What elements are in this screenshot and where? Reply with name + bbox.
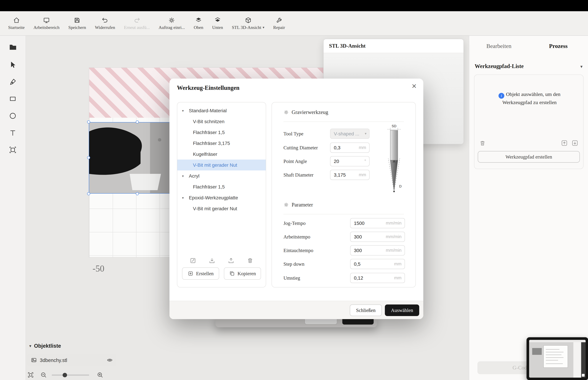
macos-menubar	[0, 0, 588, 11]
delete-toolpath-icon[interactable]	[479, 140, 486, 147]
text-tool[interactable]	[9, 129, 17, 137]
umstieg-label: Umstieg	[284, 273, 300, 283]
object-list-item[interactable]: 3dbenchy.stl	[27, 354, 116, 366]
engrave-section-header: Gravierwerkzeug	[284, 109, 328, 115]
fit-screen-icon[interactable]	[27, 372, 34, 378]
tree-item[interactable]: Flachfräser 3,175	[177, 138, 266, 149]
tab-prozess[interactable]: Prozess	[529, 40, 588, 52]
umstieg-input[interactable]	[350, 273, 405, 283]
zoom-slider-knob[interactable]	[63, 373, 67, 377]
transform-tool[interactable]	[9, 146, 17, 154]
dialog-title: Werkzeug-Einstellungen	[177, 84, 240, 92]
import-tool-icon[interactable]	[209, 257, 215, 264]
dialog-close-button[interactable]: Schließen	[350, 304, 382, 316]
triangle-down-icon[interactable]: ▾	[182, 196, 186, 200]
zoom-slider-track[interactable]	[52, 375, 89, 376]
eintauchtempo-input[interactable]	[350, 246, 405, 255]
close-icon[interactable]: ×	[412, 82, 417, 90]
selection-handle[interactable]	[87, 156, 90, 159]
rectangle-tool[interactable]	[9, 95, 17, 103]
job-setup-button[interactable]: Auftrag einri...	[159, 17, 185, 30]
triangle-down-icon[interactable]: ▾	[182, 109, 186, 113]
tree-item[interactable]: V-Bit mit gerader Nut	[177, 203, 266, 214]
stl-3d-view-button[interactable]: STL 3D-Ansicht▾	[232, 17, 265, 30]
object-list-header[interactable]: ▾ Objektliste	[29, 343, 61, 349]
triangle-down-icon[interactable]: ▾	[182, 174, 186, 178]
tree-item-selected[interactable]: V-Bit mit gerader Nut	[177, 160, 266, 171]
home-icon	[13, 17, 20, 24]
export-tool-icon[interactable]	[228, 257, 234, 264]
ellipse-tool[interactable]	[9, 112, 17, 120]
parameter-section-header: Parameter	[284, 202, 313, 208]
gear-icon	[284, 202, 289, 208]
info-icon: i	[498, 93, 504, 99]
redo-button: Erneut ausfü...	[124, 17, 150, 30]
undo-button[interactable]: Widerrufen	[95, 17, 115, 30]
tree-group[interactable]: ▾Acryl	[177, 171, 266, 181]
redo-icon	[133, 17, 140, 24]
folder-tool[interactable]	[8, 42, 17, 51]
select-tool[interactable]	[9, 60, 17, 69]
cutting-diameter-input[interactable]	[330, 143, 369, 152]
tool-settings-dialog: Werkzeug-Einstellungen × ▾Standard-Mater…	[170, 78, 423, 319]
dialog-select-button[interactable]: Auswählen	[385, 304, 419, 316]
pen-tool[interactable]	[9, 78, 17, 86]
chevron-down-icon: ▾	[365, 129, 366, 138]
zoom-in-icon[interactable]	[97, 372, 103, 378]
visibility-eye-icon[interactable]	[107, 357, 113, 363]
jog-tempo-input[interactable]	[350, 218, 405, 228]
screen-preview-window[interactable]	[527, 338, 588, 380]
create-tool-button[interactable]: Erstellen	[182, 267, 219, 280]
empty-hint: iObjekt auswählen, um den Werkzeugpfad z…	[484, 91, 575, 107]
home-button[interactable]: Startseite	[8, 17, 25, 30]
move-down-icon[interactable]	[571, 139, 578, 147]
layer-bottom-button[interactable]: Unten	[212, 17, 223, 30]
shaft-diameter-field: mm	[330, 170, 370, 180]
collapse-chevron-icon[interactable]: ▾	[580, 64, 583, 69]
toolpath-list-header[interactable]: Werkzeugpfad-Liste ▾	[475, 63, 583, 70]
object-list-title: Objektliste	[34, 343, 61, 349]
tree-group[interactable]: ▾Standard-Material	[177, 105, 266, 116]
point-angle-field: °	[330, 156, 370, 166]
repair-icon	[275, 17, 283, 24]
arbeitstempo-input[interactable]	[350, 232, 405, 242]
tool-library-list: ▾Standard-Material V-Bit schnitzen Flach…	[177, 102, 266, 287]
repair-button[interactable]: Repair	[273, 17, 285, 30]
vbit-diagram: SD A D	[382, 124, 406, 196]
tool-type-select[interactable]: V-shaped ... ▾	[330, 129, 370, 139]
move-up-icon[interactable]	[561, 139, 568, 147]
cutting-diameter-field: mm	[330, 143, 370, 153]
collapse-chevron-icon[interactable]: ▾	[29, 343, 31, 348]
selection-handle[interactable]	[136, 192, 139, 195]
zoom-out-icon[interactable]	[40, 372, 47, 378]
stl-panel-title: STL 3D-Ansicht	[323, 39, 463, 53]
layer-top-icon	[195, 17, 202, 24]
tree-group[interactable]: ▾Epoxid-Werkzeugplatte	[177, 192, 266, 203]
tree-item[interactable]: Flachfräser 1,5	[177, 127, 266, 138]
object-name: 3dbenchy.stl	[40, 357, 104, 363]
step-down-input[interactable]	[350, 259, 405, 269]
layer-top-button[interactable]: Oben	[194, 17, 203, 30]
point-angle-input[interactable]	[330, 156, 369, 166]
pip-badge-icon	[582, 374, 585, 377]
selection-handle[interactable]	[87, 120, 90, 123]
tab-bearbeiten[interactable]: Bearbeiten	[469, 40, 529, 52]
zoom-bar	[27, 370, 109, 380]
cutting-diameter-label: Cutting Diameter	[284, 143, 318, 153]
copy-tool-button[interactable]: Kopieren	[224, 267, 261, 280]
edit-tool-icon[interactable]	[190, 257, 196, 264]
jog-tempo-label: Jog-Tempo	[284, 218, 305, 228]
tool-type-label: Tool Type	[284, 129, 303, 139]
save-button[interactable]: Speichern	[68, 17, 86, 30]
tree-item[interactable]: Flachfräser 1,5	[177, 181, 266, 192]
tree-item[interactable]: V-Bit schnitzen	[177, 116, 266, 127]
selection-handle[interactable]	[136, 120, 139, 123]
delete-tool-icon[interactable]	[247, 257, 253, 264]
selection-handle[interactable]	[87, 192, 90, 195]
tree-item[interactable]: Kugelfräser	[177, 149, 266, 160]
create-toolpath-button[interactable]: Werkzeugpfad erstellen	[478, 151, 580, 163]
eintauchtempo-label: Eintauchtempo	[284, 245, 313, 255]
shaft-diameter-input[interactable]	[330, 170, 369, 180]
workspace-button[interactable]: Arbeitsbereich	[34, 17, 59, 30]
arbeitstempo-label: Arbeitstempo	[284, 232, 310, 242]
